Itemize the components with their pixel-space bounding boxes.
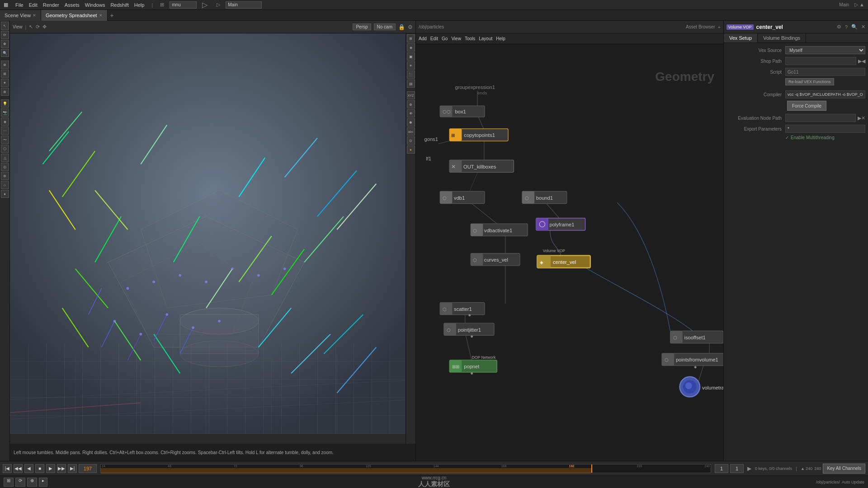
display-btn[interactable]: ◈	[407, 43, 415, 52]
current-frame-input[interactable]	[79, 464, 97, 473]
xyz-btn[interactable]: XYZ	[407, 91, 415, 99]
svg-point-43	[179, 274, 181, 277]
end-frame-input[interactable]	[730, 464, 744, 473]
force-compile-button[interactable]: Force Compile	[787, 101, 826, 111]
tab-scene-view-close[interactable]: ✕	[33, 13, 36, 18]
tab-scene-view[interactable]: Scene View ✕	[0, 10, 41, 21]
shop-path-arrow[interactable]: ◀	[862, 58, 865, 64]
shop-path-input[interactable]	[785, 57, 856, 65]
audio-icon[interactable]: ▶	[747, 465, 751, 472]
toolbar-zoom[interactable]: 🔍	[1, 49, 9, 57]
eval-path-arrow[interactable]: ✕	[861, 115, 865, 121]
toolbar-tool4[interactable]: ⊗	[1, 88, 9, 96]
misc-btn2[interactable]: ●	[407, 145, 415, 154]
svg-point-38	[165, 313, 168, 316]
toolbar-pan[interactable]: ✥	[1, 40, 9, 48]
reload-vex-button[interactable]: Re-load VEX Functions	[785, 78, 834, 85]
pivot-btn[interactable]: ✱	[407, 118, 415, 127]
menu-assets[interactable]: Assets	[65, 2, 80, 8]
camera-button[interactable]: No cam	[374, 23, 396, 30]
view-btn[interactable]: 👁	[407, 109, 415, 117]
node-canvas[interactable]: Geometry	[416, 33, 723, 461]
play-button[interactable]: ▶	[46, 464, 55, 473]
shop-path-browse[interactable]: ▶	[858, 58, 862, 64]
start-frame-input[interactable]	[715, 464, 728, 473]
viewport-canvas[interactable]	[10, 33, 415, 434]
menu-edit[interactable]: Edit	[29, 2, 38, 8]
layout-input[interactable]	[226, 1, 262, 9]
asset-browser-tab[interactable]: Asset Browser	[686, 24, 715, 29]
misc-btn1[interactable]: ⊙	[407, 136, 415, 145]
curves-vel-node: curves_vel	[484, 257, 508, 263]
toolbar-tool3[interactable]: ✦	[1, 79, 9, 87]
add-tab-graph[interactable]: +	[718, 24, 721, 30]
bottom-btn-4[interactable]: ▸	[39, 478, 47, 487]
toolbar-geo[interactable]: ◈	[1, 117, 9, 126]
toolbar-misc2[interactable]: △	[1, 154, 9, 162]
menu-file[interactable]: File	[15, 2, 24, 8]
toolbar-curve[interactable]: 〜	[1, 136, 9, 144]
toolbar-tool1[interactable]: ⊕	[1, 61, 9, 69]
settings-icon[interactable]: ⚙	[408, 24, 413, 30]
menu-redshift[interactable]: Redshift	[110, 2, 128, 8]
orient-btn[interactable]: ⊕	[407, 100, 415, 108]
bottom-btn-3[interactable]: ⊕	[27, 478, 37, 487]
bg-btn[interactable]: ▤	[407, 80, 415, 88]
menu-render[interactable]: Render	[43, 2, 59, 8]
scene-view: View | ↖ ⟳ ✥ Persp No cam 🔒 ⚙	[10, 21, 416, 461]
bottom-btn-2[interactable]: ⟳	[15, 478, 25, 487]
tab-vex-setup[interactable]: Vex Setup	[724, 33, 758, 42]
export-params-input[interactable]	[785, 125, 865, 133]
eval-node-path-input[interactable]	[785, 114, 856, 122]
key-all-channels-button[interactable]: Key All Channels	[823, 464, 865, 474]
compiler-input[interactable]	[785, 90, 865, 99]
toolbar-misc5[interactable]: ⌂	[1, 181, 9, 189]
abc-btn[interactable]: abc	[407, 127, 415, 136]
timeline-scrubber[interactable]: 24 48 72 96 120 144 168 192 216 240	[100, 464, 711, 473]
go-next-key-button[interactable]: ▶▶	[57, 464, 66, 473]
toolbar-select[interactable]: ↖	[1, 22, 9, 30]
light-btn[interactable]: ☀	[407, 61, 415, 70]
render-btn[interactable]: ⬛	[407, 70, 415, 79]
go-prev-key-button[interactable]: ◀◀	[14, 464, 23, 473]
tick-216: 216	[637, 465, 642, 468]
go-start-button[interactable]: |◀	[3, 464, 12, 473]
svg-point-47	[283, 267, 286, 270]
shade-btn[interactable]: ▣	[407, 52, 415, 61]
settings-icon-props[interactable]: ⚙	[837, 24, 841, 30]
toolbar-misc1[interactable]: ⬡	[1, 145, 9, 153]
toolbar-misc3[interactable]: ◎	[1, 163, 9, 171]
search-icon-props[interactable]: 🔍	[851, 24, 858, 30]
transform-icon[interactable]: ⟳	[36, 24, 40, 30]
toolbar-tool2[interactable]: ⊞	[1, 70, 9, 78]
vex-source-select[interactable]: Myself	[785, 46, 865, 54]
toolbar-misc4[interactable]: ⊛	[1, 172, 9, 180]
svg-line-62	[544, 202, 561, 221]
menu-help[interactable]: Help	[134, 2, 145, 8]
move-icon[interactable]: ✥	[42, 24, 47, 30]
play-back-button[interactable]: ◀	[24, 464, 33, 473]
toolbar-misc6[interactable]: ♦	[1, 190, 9, 198]
toolbar-cam[interactable]: 📷	[1, 108, 9, 117]
tab-geometry-spreadsheet[interactable]: Geometry Spreadsheet ✕	[41, 10, 108, 21]
tab-volume-bindings[interactable]: Volume Bindings	[758, 33, 806, 42]
tab-geometry-spreadsheet-close[interactable]: ✕	[99, 13, 103, 18]
close-icon-props[interactable]: ✕	[861, 24, 865, 30]
toolbar-part[interactable]: ⋯	[1, 127, 9, 135]
viewport-section: ↖ ⟳ ✥ 🔍 ⊕ ⊞ ✦ ⊗ 💡 📷 ◈ ⋯ 〜 ⬡ △ ◎ ⊛ ⌂ ♦	[0, 21, 868, 461]
stop-button[interactable]: ■	[35, 464, 44, 473]
toolbar-tumble[interactable]: ⟳	[1, 31, 9, 39]
go-end-button[interactable]: ▶|	[68, 464, 77, 473]
eval-path-browse[interactable]: ▶	[858, 115, 861, 121]
persp-button[interactable]: Persp	[353, 23, 371, 30]
snap-btn[interactable]: ⊞	[407, 34, 415, 42]
select-tool-icon[interactable]: ↖	[29, 24, 33, 30]
properties-panel: Volume VOP center_vel ⚙ ? 🔍 ✕ Vex Setup …	[723, 21, 868, 461]
svg-text:⬡: ⬡	[443, 196, 447, 201]
tab-add-button[interactable]: +	[108, 12, 117, 19]
workspace-input[interactable]	[170, 1, 197, 9]
toolbar-light[interactable]: 💡	[1, 99, 9, 108]
help-icon-props[interactable]: ?	[845, 24, 848, 30]
menu-windows[interactable]: Windows	[85, 2, 105, 8]
bottom-btn-1[interactable]: ⊞	[4, 478, 14, 487]
